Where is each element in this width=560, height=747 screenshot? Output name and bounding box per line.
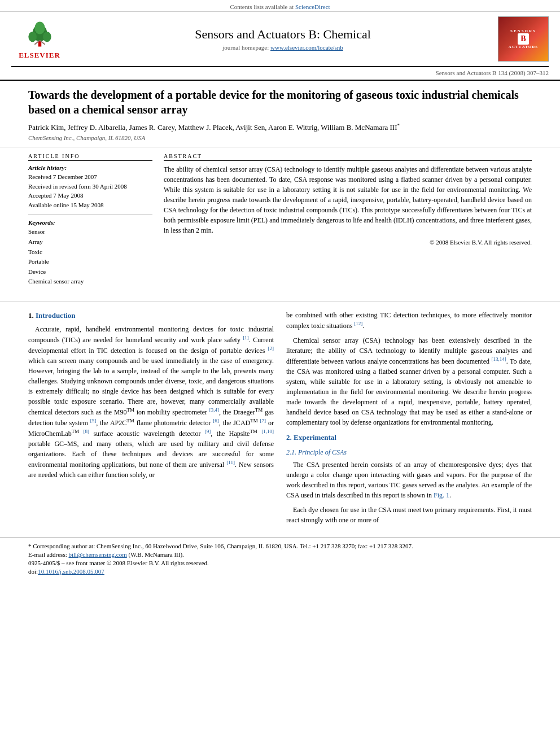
ref-13-14[interactable]: [13,14] (492, 356, 506, 362)
history-title: Article history: (28, 164, 152, 171)
two-col-info-abstract: ARTICLE INFO Article history: Received 7… (0, 147, 560, 302)
svg-point-3 (43, 31, 51, 41)
ref-8[interactable]: [8] (84, 429, 90, 434)
ref-12[interactable]: [12] (354, 321, 362, 326)
ref-1-10[interactable]: [1,10] (261, 429, 274, 434)
contents-text: Contents lists available at (230, 3, 294, 10)
journal-badge: SENSORS B ACTUATORS (498, 16, 549, 62)
journal-header: Contents lists available at ScienceDirec… (0, 0, 560, 81)
elsevier-tree-icon (24, 19, 55, 50)
homepage-label: journal homepage: (222, 44, 269, 51)
tm-2: TM (255, 407, 263, 413)
header-flex: ELSEVIER Sensors and Actuators B: Chemic… (0, 12, 560, 66)
keywords-list: Sensor Array Toxic Portable Device Chemi… (28, 227, 152, 287)
accepted-date: Accepted 7 May 2008 (28, 191, 152, 200)
article-title-section: Towards the development of a portable de… (0, 81, 560, 147)
article-affiliation: ChemSensing Inc., Champaign, IL 61820, U… (28, 134, 532, 141)
ref-3-4[interactable]: [3,4] (209, 407, 219, 413)
ref-11[interactable]: [11] (226, 460, 235, 465)
elsevier-logo: ELSEVIER (11, 19, 68, 60)
keyword-sensor: Sensor (28, 227, 152, 237)
doi-link[interactable]: 10.1016/j.snb.2008.05.007 (38, 568, 104, 575)
sciencedirect-link[interactable]: ScienceDirect (295, 3, 330, 10)
body-two-col: 1. Introduction Accurate, rapid, handhel… (0, 302, 560, 538)
right-para2: Chemical sensor array (CSA) technology h… (286, 335, 532, 427)
keyword-portable: Portable (28, 257, 152, 267)
journal-homepage: journal homepage: www.elsevier.com/locat… (68, 44, 498, 51)
article-info-label: ARTICLE INFO (28, 153, 152, 161)
keywords-group: Keywords: Sensor Array Toxic Portable De… (28, 219, 152, 291)
badge-sensors-text: SENSORS (510, 29, 536, 33)
page-wrapper: Contents lists available at ScienceDirec… (0, 0, 560, 579)
article-history-group: Article history: Received 7 December 200… (28, 164, 152, 215)
footnote-email-person: (W.B. McNamara III). (129, 551, 184, 558)
elsevier-label: ELSEVIER (19, 51, 60, 60)
intro-heading: 1. Introduction (28, 310, 274, 321)
right-para1: be combined with other existing TIC dete… (286, 310, 532, 331)
doi-label: doi: (28, 568, 38, 575)
abstract-body: The ability of chemical sensor array (CS… (164, 165, 532, 234)
ref-7[interactable]: [7] (260, 418, 266, 423)
fig1-ref[interactable]: Fig. 1 (434, 491, 449, 499)
keyword-csa: Chemical sensor array (28, 277, 152, 287)
ref-9[interactable]: [9] (205, 429, 211, 434)
tm-5: TM (72, 429, 80, 434)
keyword-toxic: Toxic (28, 247, 152, 257)
top-bar: Contents lists available at ScienceDirec… (0, 0, 560, 12)
subsection-heading: 2.1. Principle of CSAs (286, 447, 532, 457)
abstract-label: ABSTRACT (164, 153, 532, 161)
body-right-col: be combined with other existing TIC dete… (286, 310, 532, 530)
article-meta-line: Sensors and Actuators B 134 (2008) 307–3… (0, 67, 560, 76)
tm-1: TM (127, 407, 135, 413)
keyword-array: Array (28, 237, 152, 247)
body-left-col: 1. Introduction Accurate, rapid, handhel… (28, 310, 274, 530)
footnote-email-link[interactable]: bill@chemsensing.com (68, 551, 126, 558)
footnote-issn: 0925-4005/$ – see front matter © 2008 El… (28, 560, 532, 566)
tm-6: TM (250, 429, 257, 434)
received-date: Received 7 December 2007 (28, 172, 152, 182)
corresponding-sup: * (397, 123, 400, 128)
article-title: Towards the development of a portable de… (28, 88, 532, 117)
subsection-title: Principle of CSAs (298, 448, 347, 456)
footnote-email: E-mail address: bill@chemsensing.com (W.… (28, 551, 532, 558)
copyright-line: © 2008 Elsevier B.V. All rights reserved… (164, 239, 532, 246)
revised-date: Received in revised form 30 April 2008 (28, 182, 152, 191)
svg-point-4 (34, 21, 45, 34)
svg-point-2 (28, 31, 37, 41)
intro-para1: Accurate, rapid, handheld environmental … (28, 324, 274, 480)
experimental-num: 2. (286, 433, 292, 442)
abstract-text: The ability of chemical sensor array (CS… (164, 164, 532, 235)
available-date: Available online 15 May 2008 (28, 200, 152, 210)
experimental-title: Experimental (294, 433, 336, 442)
intro-num: 1. (28, 311, 34, 320)
subsection-num: 2.1. (286, 448, 296, 456)
ref-6[interactable]: [6] (213, 418, 219, 423)
tm-3: TM (126, 418, 134, 423)
homepage-url-link[interactable]: www.elsevier.com/locate/snb (270, 44, 343, 51)
article-info-col: ARTICLE INFO Article history: Received 7… (28, 153, 152, 296)
ref-5[interactable]: [5] (90, 418, 97, 423)
ref-1[interactable]: [1] (243, 335, 249, 340)
footnote-corresponding: * Corresponding author at: ChemSensing I… (28, 543, 532, 549)
abstract-col: ABSTRACT The ability of chemical sensor … (164, 153, 532, 296)
experimental-heading: 2. Experimental (286, 432, 532, 443)
experimental-para1: The CSA presented herein consists of an … (286, 460, 532, 500)
keywords-title: Keywords: (28, 219, 152, 226)
ref-2[interactable]: [2] (268, 346, 274, 351)
badge-b-icon: B (520, 34, 526, 43)
footnote-doi: doi:10.1016/j.snb.2008.05.007 (28, 568, 532, 575)
tm-4: TM (250, 418, 258, 423)
experimental-para2: Each dye chosen for use in the CSA must … (286, 505, 532, 525)
journal-title-center: Sensors and Actuators B: Chemical journa… (68, 27, 498, 51)
keyword-device: Device (28, 267, 152, 277)
footnote-email-label: E-mail address: (28, 551, 68, 558)
intro-title: Introduction (36, 311, 76, 320)
footnote-section: * Corresponding author at: ChemSensing I… (0, 538, 560, 579)
journal-title: Sensors and Actuators B: Chemical (68, 27, 498, 42)
badge-actuators-text: ACTUATORS (509, 45, 538, 49)
article-authors: Patrick Kim, Jeffrey D. Albarella, James… (28, 123, 532, 132)
authors-text: Patrick Kim, Jeffrey D. Albarella, James… (28, 123, 397, 132)
